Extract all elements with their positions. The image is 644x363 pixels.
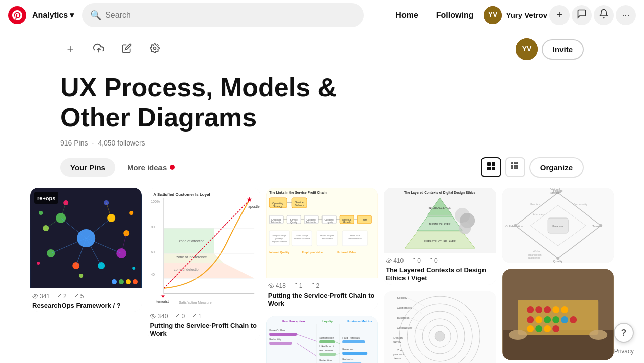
svg-text:Internal Quality: Internal Quality (269, 251, 290, 254)
svg-text:60: 60 (151, 250, 155, 254)
pin-shares: 2 (309, 282, 320, 289)
svg-text:Quality: Quality (290, 221, 298, 224)
svg-rect-13 (511, 165, 513, 167)
pin-stats: 410 0 0 (386, 257, 494, 264)
svg-point-224 (570, 316, 577, 323)
pin-image: Process People Quality Collaboration Tea… (502, 188, 614, 263)
svg-rect-147 (342, 340, 365, 343)
tab-more-ideas[interactable]: More ideas (117, 158, 185, 177)
board-owner-avatar: YV (516, 38, 538, 60)
svg-text:service designed: service designed (320, 235, 334, 237)
edit-button[interactable] (117, 39, 137, 59)
add-button[interactable]: + (549, 5, 570, 25)
analytics-dropdown[interactable]: Analytics ▾ (32, 10, 74, 20)
svg-text:Ease Of Use: Ease Of Use (269, 329, 285, 332)
svg-point-221 (544, 316, 551, 323)
pin-title: ResearchOps Framework / ? (32, 302, 140, 310)
svg-text:Colleagues: Colleagues (397, 326, 412, 329)
tab-your-pins[interactable]: Your Pins (60, 158, 115, 177)
svg-point-218 (561, 306, 568, 313)
add-icon: + (556, 9, 562, 21)
svg-text:lifetime value: lifetime value (350, 235, 360, 237)
board-meta: 916 Pins · 4,050 followers (60, 139, 584, 147)
svg-text:Retention: Retention (319, 359, 332, 362)
svg-point-230 (589, 330, 607, 340)
svg-text:The Links in the Service-Profi: The Links in the Service-Profit Chain (269, 191, 326, 194)
svg-text:Team: Team (592, 225, 600, 228)
add-icon: + (67, 43, 74, 56)
nav-following[interactable]: Following (428, 7, 482, 24)
svg-point-43 (37, 262, 40, 265)
pin-card[interactable]: Process People Quality Collaboration Tea… (502, 188, 614, 263)
invite-button[interactable]: Invite (542, 39, 584, 60)
svg-point-229 (509, 330, 527, 340)
svg-text:Wider: Wider (533, 250, 540, 253)
svg-rect-140 (319, 353, 336, 356)
svg-text:Society: Society (397, 296, 407, 299)
svg-text:terrorist: terrorist (157, 300, 169, 303)
pin-saves: 1 (292, 282, 303, 289)
svg-text:Loyalty: Loyalty (326, 221, 333, 224)
more-button[interactable]: ··· (616, 5, 636, 25)
help-button[interactable]: ? (614, 323, 634, 343)
search-input[interactable] (105, 11, 356, 20)
svg-rect-133 (269, 342, 292, 345)
svg-text:100%: 100% (151, 200, 160, 203)
organize-button[interactable]: Organize (529, 157, 584, 178)
svg-rect-9 (492, 167, 495, 170)
svg-point-41 (39, 211, 43, 215)
pin-saves: 2 (56, 293, 67, 300)
pin-title: The Layered Contexts of Design Ethics / … (386, 266, 494, 283)
share-button[interactable] (89, 39, 109, 59)
pin-stats: 418 1 2 (268, 282, 376, 289)
svg-line-72 (176, 314, 179, 317)
pin-title: Putting the Service-Profit Chain to Work (268, 292, 376, 309)
pin-image: re+ops (30, 188, 142, 288)
privacy-link[interactable]: Privacy (614, 348, 634, 355)
pin-stats: 341 2 5 (32, 293, 140, 300)
board-toolbar: + (0, 30, 644, 64)
svg-line-122 (294, 283, 297, 286)
notification-dot (170, 165, 175, 170)
svg-text:Process: Process (552, 225, 564, 228)
compact-view-button[interactable] (505, 157, 525, 177)
followers-count: 4,050 followers (98, 139, 145, 147)
settings-button[interactable] (145, 39, 165, 59)
user-name[interactable]: Yury Vetrov (506, 11, 547, 19)
bell-icon (599, 9, 609, 21)
svg-text:zone of indifference: zone of indifference (177, 255, 207, 259)
svg-rect-8 (487, 167, 491, 170)
pin-card[interactable]: Society Customers Business Colleagues De… (384, 291, 496, 363)
svg-line-123 (311, 283, 314, 286)
pinterest-logo[interactable] (8, 6, 26, 24)
svg-text:Growth: Growth (343, 221, 351, 224)
pin-card[interactable]: The Links in the Service-Profit Chain Op… (266, 188, 378, 311)
svg-point-166 (459, 222, 471, 234)
avatar[interactable]: YV (484, 6, 502, 24)
svg-text:retention referrals: retention referrals (348, 238, 362, 240)
svg-rect-149 (342, 352, 367, 355)
pin-card[interactable]: User Perception Loyalty Business Metrics… (266, 316, 378, 363)
pin-card[interactable]: A Satisfied Customer Is Loyal 100% 80 60… (148, 188, 260, 341)
svg-text:Loyalty: Loyalty (322, 320, 333, 323)
add-pin-button[interactable]: + (60, 39, 80, 59)
svg-rect-131 (269, 333, 297, 336)
notifications-button[interactable] (594, 5, 614, 25)
board-tabs: Your Pins More ideas (60, 158, 185, 177)
svg-point-226 (535, 325, 542, 332)
pin-shares: 5 (73, 293, 84, 300)
search-bar[interactable]: 🔍 (82, 3, 364, 27)
grid-view-button[interactable] (481, 157, 501, 177)
chat-button[interactable] (572, 5, 592, 25)
svg-point-219 (527, 316, 534, 323)
pin-meta: 418 1 2 Putting the Service-Profit Chain… (266, 278, 378, 311)
svg-point-228 (552, 325, 559, 332)
pin-card[interactable]: re+ops 341 2 5 ResearchOps Framework / ? (30, 188, 142, 312)
pin-card[interactable] (502, 269, 614, 360)
svg-text:service concept: service concept (296, 235, 308, 237)
header: Analytics ▾ 🔍 Home Following YV Yury Vet… (0, 0, 644, 30)
more-ideas-tab-content: More ideas (127, 163, 175, 172)
pin-views: 340 (150, 313, 168, 320)
nav-home[interactable]: Home (387, 7, 426, 24)
pin-card[interactable]: The Layered Contexts of Digital Design E… (384, 188, 496, 285)
